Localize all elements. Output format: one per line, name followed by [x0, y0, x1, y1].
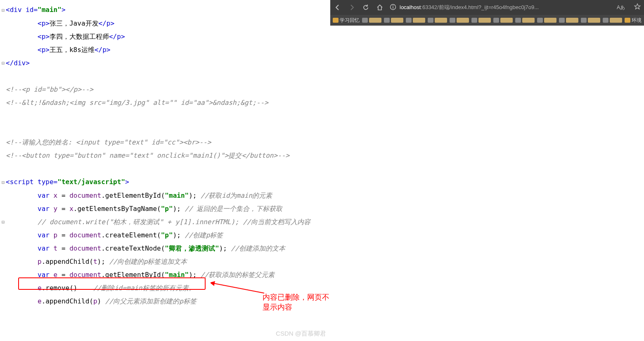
bookmark-item[interactable]	[581, 18, 600, 23]
code-line[interactable]: ⊟ // document.write("柏木，研发测试" + y[1].inn…	[0, 215, 330, 229]
folder-icon	[428, 18, 433, 23]
bookmark-item[interactable]	[384, 18, 403, 23]
svg-point-2	[393, 5, 393, 6]
bookmark-item[interactable]	[362, 18, 381, 23]
code-line[interactable]: var p = document.createElement("p"); //创…	[0, 229, 330, 242]
browser-toolbar: localhost:63342/前端/index4.html?_ijt=r45o…	[330, 0, 644, 15]
folder-icon	[493, 18, 499, 23]
bookmark-item[interactable]	[406, 18, 425, 23]
folder-icon	[603, 18, 608, 23]
bookmark-item[interactable]	[559, 18, 578, 23]
folder-icon	[333, 18, 339, 23]
code-line[interactable]: <!--<button type="button" name="text" on…	[0, 149, 330, 162]
folder-icon	[515, 18, 521, 23]
browser-viewport[interactable]	[330, 26, 644, 341]
refresh-icon[interactable]	[362, 3, 370, 12]
back-icon[interactable]	[334, 3, 342, 12]
bookmark-label: 学习回忆	[340, 17, 360, 24]
bookmark-item[interactable]	[603, 18, 622, 23]
watermark: CSDN @百慕卿君	[276, 330, 326, 338]
folder-icon	[362, 18, 368, 23]
bookmark-item[interactable]: 环境	[625, 17, 642, 24]
folder-icon	[406, 18, 412, 23]
info-icon	[390, 4, 396, 12]
forward-icon[interactable]	[348, 3, 356, 12]
url-host: localhost	[400, 4, 421, 10]
code-line[interactable]: ⊟<div id="main">	[0, 3, 330, 17]
folder-icon	[537, 18, 543, 23]
code-line[interactable]: var y = x.getElementsByTagName("p"); // …	[0, 202, 330, 215]
bookmark-label: 环境	[632, 17, 642, 24]
code-line[interactable]: <!--&lt;!&ndash;<img src="img/3.jpg" alt…	[0, 96, 330, 109]
code-line[interactable]: <p>张三，Java开发</p>	[0, 17, 330, 30]
code-line[interactable]: p.appendChild(t); //向创建的p标签追加文本	[0, 255, 330, 268]
browser-pane: localhost:63342/前端/index4.html?_ijt=r45o…	[330, 0, 644, 341]
folder-icon	[384, 18, 390, 23]
star-icon[interactable]	[634, 3, 641, 12]
code-editor-pane: ⊟<div id="main"> <p>张三，Java开发</p> <p>李四，…	[0, 0, 330, 341]
code-line[interactable]	[0, 123, 330, 136]
code-content[interactable]: ⊟<div id="main"> <p>张三，Java开发</p> <p>李四，…	[0, 3, 330, 308]
annotation-text: 内容已删除，网页不显示内容	[263, 292, 330, 312]
address-bar[interactable]: localhost:63342/前端/index4.html?_ijt=r45o…	[390, 4, 611, 12]
folder-icon	[625, 18, 630, 23]
folder-icon	[559, 18, 565, 23]
home-icon[interactable]	[376, 3, 384, 12]
code-line[interactable]: var x = document.getElementById("main");…	[0, 189, 330, 202]
code-line[interactable]	[0, 70, 330, 83]
code-line[interactable]	[0, 109, 330, 123]
bookmark-item[interactable]	[537, 18, 556, 23]
code-line[interactable]: var t = document.createTextNode("卿君，渗透测试…	[0, 242, 330, 255]
bookmark-item[interactable]: 学习回忆	[333, 17, 360, 24]
svg-rect-3	[393, 7, 393, 9]
folder-icon	[471, 18, 477, 23]
reader-mode-indicator[interactable]: Aあ	[617, 4, 625, 11]
folder-icon	[450, 18, 455, 23]
code-line[interactable]: <!--<p id="bb"></p>-->	[0, 83, 330, 96]
url-rest: :63342/前端/index4.html?_ijt=r45o4fngbec0j…	[421, 4, 539, 10]
bookmark-item[interactable]	[428, 18, 447, 23]
bookmark-item[interactable]	[450, 18, 469, 23]
highlight-box	[18, 277, 206, 290]
bookmark-item[interactable]	[471, 18, 491, 23]
folder-icon	[581, 18, 587, 23]
code-line[interactable]: <p>王五，k8s运维</p>	[0, 43, 330, 57]
code-line[interactable]: ⊟</div>	[0, 57, 330, 70]
bookmark-bar: 学习回忆环境	[330, 15, 644, 26]
code-line[interactable]: <!--请输入您的姓名: <input type="text" id="cc">…	[0, 136, 330, 149]
code-line[interactable]: ⊟<script type="text/javascript">	[0, 175, 330, 189]
code-line[interactable]: <p>李四，大数据工程师</p>	[0, 30, 330, 43]
svg-line-0	[213, 283, 264, 293]
bookmark-item[interactable]	[515, 18, 535, 23]
annotation-arrow	[211, 281, 265, 296]
bookmark-item[interactable]	[493, 18, 513, 23]
code-line[interactable]	[0, 162, 330, 175]
